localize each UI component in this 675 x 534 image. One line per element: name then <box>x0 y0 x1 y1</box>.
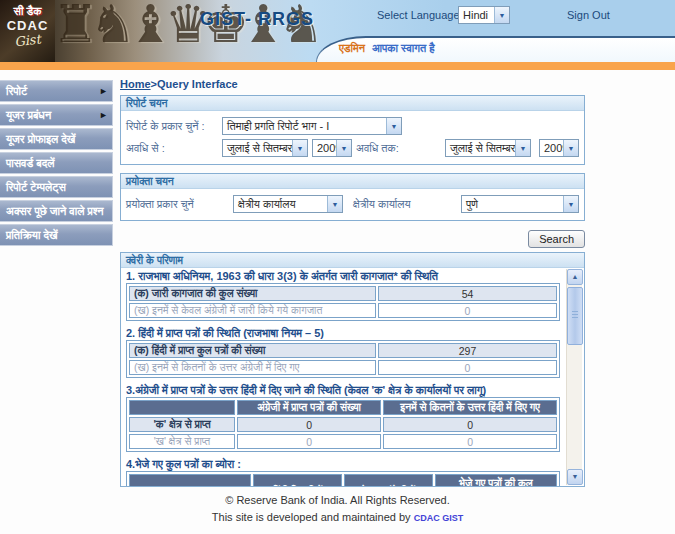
user-selection-title: प्रयोक्ता चयन <box>121 174 584 189</box>
app-header: ♜♞♝♛♚♝♞♜ सी डैक CDAC Gist GIST- RRGS Sel… <box>0 0 675 62</box>
column-header-cell: केवल अंग्रेजी में <box>344 474 433 486</box>
sidebar-item-reports[interactable]: रिपोर्ट ► <box>0 80 113 102</box>
column-header-cell: भेजे गए पत्रों की कुल <box>435 474 557 486</box>
period-from-year-select[interactable]: 2009 ▼ <box>312 139 352 157</box>
table-row: 'क' क्षेत्र से प्राप्त 0 0 <box>129 417 557 432</box>
result-label-cell: 'ख' क्षेत्र से प्राप्त <box>129 434 235 449</box>
table-row: (ख) इनमें से कितनों के उत्तर अंग्रेजी मे… <box>129 360 557 375</box>
result-section1-heading: 1. राजभाषा अधिनियम, 1963 की धारा 3(3) के… <box>126 270 560 282</box>
period-from-quarter-value: जुलाई से सितम्बर <box>223 140 292 156</box>
period-to-quarter-select[interactable]: जुलाई से सितम्बर ▼ <box>445 139 531 157</box>
period-from-quarter-select[interactable]: जुलाई से सितम्बर ▼ <box>222 139 308 157</box>
search-row: Search <box>120 229 585 248</box>
chevron-down-icon: ▼ <box>563 196 578 212</box>
column-header-cell: इनमें से कितनों के उत्तर हिंदी में दिए ग… <box>383 400 557 415</box>
column-header-cell <box>129 400 235 415</box>
report-selection-body: रिपोर्ट के प्रकार चुनें : तिमाही प्रगति … <box>121 111 584 164</box>
user-type-select[interactable]: क्षेत्रीय कार्यालय ▼ <box>233 195 343 213</box>
query-results-panel: क्वेरी के परिणाम 1. राजभाषा अधिनियम, 196… <box>120 252 585 487</box>
language-select[interactable]: Hindi ▼ <box>458 6 510 24</box>
welcome-text: आपका स्वागत है <box>372 42 435 54</box>
sidebar-item-user-management[interactable]: यूजर प्रबंधन ► <box>0 104 113 126</box>
report-type-select-value: तिमाही प्रगति रिपोर्ट भाग - I <box>223 118 386 134</box>
chevron-down-icon: ▼ <box>336 140 351 156</box>
sidebar-item-label: यूजर प्रोफाइल देखें <box>6 133 75 145</box>
sign-out-link[interactable]: Sign Out <box>567 9 610 21</box>
report-type-row: रिपोर्ट के प्रकार चुनें : तिमाही प्रगति … <box>126 116 579 136</box>
logo-hindi-text: सी डैक <box>0 5 55 18</box>
submenu-arrow-icon: ► <box>99 105 108 126</box>
report-type-label: रिपोर्ट के प्रकार चुनें : <box>126 120 222 133</box>
scroll-down-button[interactable]: ▼ <box>567 469 583 485</box>
result-value-cell: 0 <box>378 360 557 375</box>
table-row: (क) हिंदी में प्राप्त कुल पत्रों की संख्… <box>129 343 557 358</box>
result-value-cell: 0 <box>378 303 557 318</box>
welcome-username: एडमिन <box>339 42 365 54</box>
table-header-row: हिंदी/द्विभाषी में केवल अंग्रेजी में भेज… <box>129 474 557 486</box>
period-to-year-select[interactable]: 2009 ▼ <box>539 139 579 157</box>
user-selection-body: प्रयोक्ता प्रकार चुनें क्षेत्रीय कार्याल… <box>121 189 584 220</box>
results-scrollbar[interactable]: ▲ ▼ <box>566 269 582 485</box>
result-section2-table: (क) हिंदी में प्राप्त कुल पत्रों की संख्… <box>126 340 560 378</box>
result-value-cell: 54 <box>378 286 557 301</box>
sidebar-item-faq[interactable]: अक्सर पूछे जाने वाले प्रश्न <box>0 200 113 222</box>
breadcrumb-current: >Query Interface <box>151 78 238 90</box>
submenu-arrow-icon: ► <box>99 81 108 102</box>
scroll-up-button[interactable]: ▲ <box>567 269 583 285</box>
chevron-down-icon: ▼ <box>563 140 578 156</box>
result-label-cell: (ख) इनमें से कितनों के उत्तर अंग्रेजी मे… <box>129 360 376 375</box>
result-label-cell: (क) हिंदी में प्राप्त कुल पत्रों की संख्… <box>129 343 376 358</box>
sidebar-item-label: रिपोर्ट टेम्पलेट्स <box>6 181 66 193</box>
sidebar-item-view-user-profile[interactable]: यूजर प्रोफाइल देखें <box>0 128 113 150</box>
period-to-label: अवधि तक: <box>356 142 399 155</box>
period-from-label: अवधि से : <box>126 142 222 155</box>
period-row: अवधि से : जुलाई से सितम्बर ▼ 2009 ▼ अवधि… <box>126 138 579 158</box>
user-selection-panel: प्रयोक्ता चयन प्रयोक्ता प्रकार चुनें क्ष… <box>120 173 585 221</box>
report-selection-title: रिपोर्ट चयन <box>121 96 584 111</box>
office-select[interactable]: पुणे ▼ <box>461 195 579 213</box>
main-content: Home>Query Interface रिपोर्ट चयन रिपोर्ट… <box>120 78 585 495</box>
maintained-by-text: This site is developed and maintained by… <box>0 511 675 523</box>
maintained-by-prefix: This site is developed and maintained by <box>212 511 411 523</box>
search-button[interactable]: Search <box>528 230 585 248</box>
cdac-gist-logo: सी डैक CDAC Gist <box>0 0 55 62</box>
column-header-cell <box>129 474 251 486</box>
result-label-cell: (क) जारी कागजात की कुल संख्या <box>129 286 376 301</box>
result-section3-table: अंग्रेजी में प्राप्त पत्रों की संख्या इन… <box>126 397 560 452</box>
result-value-cell: 0 <box>237 434 381 449</box>
language-select-value: Hindi <box>459 7 494 23</box>
sidebar-item-label: प्रतिक्रिया देखें <box>6 229 58 241</box>
result-section4-table: हिंदी/द्विभाषी में केवल अंग्रेजी में भेज… <box>126 471 560 486</box>
table-row: 'ख' क्षेत्र से प्राप्त 0 0 <box>129 434 557 449</box>
result-label-cell: 'क' क्षेत्र से प्राप्त <box>129 417 235 432</box>
chevron-down-icon: ▼ <box>494 7 509 23</box>
results-scroll-area[interactable]: 1. राजभाषा अधिनियम, 1963 की धारा 3(3) के… <box>121 268 584 486</box>
cdac-gist-link[interactable]: CDAC GIST <box>414 513 464 523</box>
chevron-down-icon: ▼ <box>292 140 307 156</box>
sidebar-item-report-templates[interactable]: रिपोर्ट टेम्पलेट्स <box>0 176 113 198</box>
sidebar-item-label: पासवर्ड बदलें <box>6 157 54 169</box>
user-type-label: प्रयोक्ता प्रकार चुनें <box>126 198 233 211</box>
result-value-cell: 0 <box>237 417 381 432</box>
period-to-year-value: 2009 <box>540 140 563 156</box>
sidebar-item-change-password[interactable]: पासवर्ड बदलें <box>0 152 113 174</box>
sidebar-item-view-feedback[interactable]: प्रतिक्रिया देखें <box>0 224 113 246</box>
office-label: क्षेत्रीय कार्यालय <box>353 198 411 211</box>
column-header-cell: अंग्रेजी में प्राप्त पत्रों की संख्या <box>237 400 381 415</box>
page: ♜♞♝♛♚♝♞♜ सी डैक CDAC Gist GIST- RRGS Sel… <box>0 0 675 534</box>
result-label-cell: (ख) इनमें से केवल अंग्रेजी में जारी किये… <box>129 303 376 318</box>
result-value-cell: 297 <box>378 343 557 358</box>
sidebar-menu: रिपोर्ट ► यूजर प्रबंधन ► यूजर प्रोफाइल द… <box>0 80 113 248</box>
table-header-row: अंग्रेजी में प्राप्त पत्रों की संख्या इन… <box>129 400 557 415</box>
chevron-down-icon: ▼ <box>327 196 342 212</box>
scrollbar-thumb[interactable] <box>567 287 583 345</box>
result-value-cell: 0 <box>383 417 557 432</box>
sidebar-item-label: रिपोर्ट <box>6 85 27 97</box>
copyright-text: © Reserve Bank of India. All Rights Rese… <box>0 494 675 506</box>
period-from-year-value: 2009 <box>313 140 336 156</box>
result-section1-table: (क) जारी कागजात की कुल संख्या 54 (ख) इनम… <box>126 283 560 321</box>
breadcrumb-home-link[interactable]: Home <box>120 78 151 90</box>
footer: © Reserve Bank of India. All Rights Rese… <box>0 494 675 523</box>
sidebar-item-label: यूजर प्रबंधन <box>6 109 51 121</box>
report-type-select[interactable]: तिमाही प्रगति रिपोर्ट भाग - I ▼ <box>222 117 402 135</box>
